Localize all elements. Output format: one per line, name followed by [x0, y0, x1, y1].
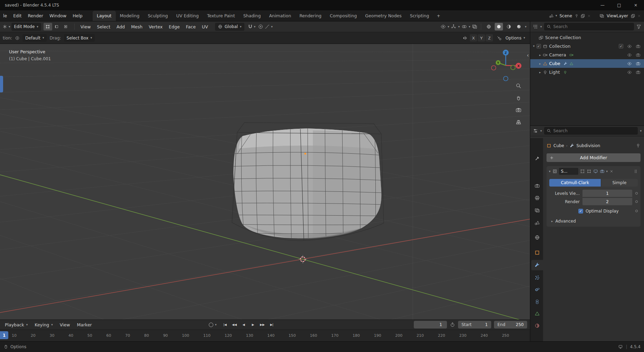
chevron-down-icon[interactable]: ▾	[540, 129, 542, 133]
show-in-render-icon[interactable]	[600, 169, 605, 174]
chevron-down-icon[interactable]: ▾	[9, 25, 10, 28]
disable-render-camera-icon[interactable]	[636, 61, 641, 66]
workspace-tab[interactable]: Compositing	[326, 11, 361, 21]
drag-mode-dropdown[interactable]: Select Box ▾	[64, 34, 95, 42]
keying-menu[interactable]: Keying▾	[31, 322, 56, 327]
hide-eye-icon[interactable]	[627, 53, 632, 57]
modifier-name-field[interactable]: S...	[559, 168, 578, 175]
mirror-axis-button[interactable]: X	[470, 34, 477, 42]
jump-to-start-button[interactable]: |◀	[221, 321, 230, 328]
workspace-tab[interactable]: Scripting	[406, 11, 433, 21]
shading-rendered-button[interactable]	[515, 23, 523, 30]
tab-world[interactable]	[531, 232, 543, 243]
hide-eye-icon[interactable]	[627, 70, 632, 75]
scene-name[interactable]: Scene	[559, 13, 573, 18]
animate-dot-icon[interactable]	[635, 192, 638, 195]
timeline-ruler[interactable]: 1020304050607080901001101201301401501601…	[0, 330, 530, 341]
tab-modifiers[interactable]	[531, 260, 543, 270]
vertex-select-button[interactable]	[44, 23, 52, 30]
overlays-icon[interactable]	[461, 24, 467, 29]
modifier-extras-icon[interactable]: ▾	[606, 170, 608, 173]
wrench-icon[interactable]	[570, 143, 575, 148]
mesh-data-icon[interactable]	[569, 62, 573, 66]
show-in-editmode-icon[interactable]	[580, 169, 585, 174]
tab-view-layer[interactable]	[531, 205, 543, 216]
camera-data-icon[interactable]	[569, 53, 573, 57]
outliner-search-input[interactable]	[553, 24, 632, 29]
chevron-down-icon[interactable]: ▾	[458, 25, 460, 28]
workspace-tab[interactable]: Modeling	[116, 11, 144, 21]
play-reverse-button[interactable]: ◀	[240, 321, 248, 328]
tab-output[interactable]	[531, 193, 543, 203]
expand-icon[interactable]: ▸	[539, 53, 541, 57]
options-dropdown[interactable]: Options ▾	[505, 36, 525, 40]
stopwatch-icon[interactable]	[450, 322, 455, 327]
outliner-row-collection[interactable]: ▾ ✓ Collection ✓	[530, 42, 644, 51]
outliner-row-camera[interactable]: ▸ Camera	[530, 51, 644, 59]
tab-constraints[interactable]	[531, 297, 543, 307]
hide-eye-icon[interactable]	[627, 44, 632, 49]
gizmo-minus-z-axis[interactable]	[504, 76, 508, 81]
end-frame-field[interactable]: End 250	[494, 321, 527, 328]
prev-keyframe-button[interactable]: ◀◀	[230, 321, 239, 328]
gizmo-minus-x-axis[interactable]	[492, 66, 496, 70]
view-menu[interactable]: View	[56, 322, 74, 327]
expand-icon[interactable]: ▾	[533, 45, 535, 48]
simple-button[interactable]: Simple	[601, 179, 638, 187]
tab-object-data[interactable]	[531, 308, 543, 319]
sidebar-collapse-arrow[interactable]: ‹	[527, 52, 529, 58]
viewport-menu-item[interactable]: Edge	[166, 24, 183, 29]
outliner-search[interactable]	[544, 23, 634, 30]
tab-object[interactable]	[531, 247, 543, 258]
minimize-button[interactable]: —	[594, 0, 611, 10]
breadcrumb-modifier[interactable]: Subdivision	[577, 143, 600, 148]
perspective-toggle-icon[interactable]	[515, 119, 522, 125]
falloff-curve-icon[interactable]	[264, 24, 270, 29]
next-keyframe-button[interactable]: ▶▶	[258, 321, 267, 328]
collapse-icon[interactable]: ▾	[549, 170, 551, 173]
gizmo-minus-y-axis[interactable]	[511, 65, 515, 70]
workspace-tab[interactable]: Animation	[265, 11, 295, 21]
viewport-menu-item[interactable]: Vertex	[146, 24, 166, 29]
chevron-down-icon[interactable]: ▾	[640, 129, 642, 133]
active-vertex-dot[interactable]	[304, 153, 306, 155]
delete-view-layer-icon[interactable]	[637, 14, 641, 18]
optimal-display-checkbox[interactable]: ✓	[578, 209, 583, 214]
face-select-button[interactable]	[62, 23, 70, 30]
modifier-wrench-icon[interactable]	[563, 62, 568, 66]
pan-hand-icon[interactable]	[515, 95, 522, 101]
tab-material[interactable]	[531, 321, 543, 331]
shading-solid-button[interactable]	[495, 23, 503, 30]
chevron-down-icon[interactable]: ▾	[525, 25, 526, 28]
tab-render[interactable]	[531, 181, 543, 191]
outliner-row-light[interactable]: ▸ Light	[530, 68, 644, 76]
show-in-viewport-icon[interactable]	[593, 169, 598, 174]
properties-editor-icon[interactable]	[533, 128, 538, 134]
tool-preset-icon[interactable]	[15, 36, 20, 40]
shading-material-button[interactable]	[505, 23, 513, 30]
auto-keying-toggle[interactable]: ▾	[209, 323, 217, 327]
tab-tool[interactable]	[531, 153, 543, 164]
camera-view-icon[interactable]	[515, 107, 522, 113]
menu-item[interactable]: Edit	[10, 13, 25, 18]
collection-checkbox[interactable]: ✓	[536, 44, 541, 48]
snap-magnet-icon[interactable]	[248, 24, 253, 29]
workspace-tab[interactable]: Rendering	[295, 11, 326, 21]
disable-render-camera-icon[interactable]	[636, 53, 641, 57]
viewport-menu-item[interactable]: Add	[113, 24, 128, 29]
workspace-tab[interactable]: UV Editing	[172, 11, 203, 21]
add-modifier-button[interactable]: Add Modifier	[547, 153, 641, 162]
visibility-eye-icon[interactable]	[440, 24, 446, 29]
workspace-tab[interactable]: Sculpting	[143, 11, 172, 21]
xray-toggle-icon[interactable]	[472, 24, 477, 29]
current-frame-badge[interactable]: 1	[0, 331, 8, 339]
disable-render-camera-icon[interactable]	[636, 70, 641, 75]
filter-icon[interactable]	[636, 24, 642, 29]
animate-dot-icon[interactable]	[635, 200, 638, 203]
catmull-clark-button[interactable]: Catmull-Clark	[549, 179, 601, 187]
chevron-down-icon[interactable]: ▾	[556, 14, 557, 17]
marker-menu[interactable]: Marker	[74, 322, 95, 327]
outliner-row-cube[interactable]: ▸ Cube	[530, 59, 644, 68]
viewport-menu-item[interactable]: Mesh	[128, 24, 146, 29]
object-square-icon[interactable]	[547, 143, 551, 148]
